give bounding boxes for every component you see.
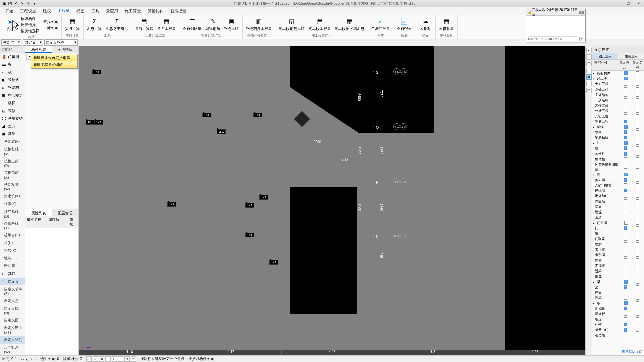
show-name-checkbox[interactable] [636,205,639,208]
show-element-checkbox[interactable] [624,125,628,129]
show-name-checkbox[interactable] [636,98,639,102]
show-element-checkbox[interactable] [624,301,628,305]
nav-空心楼盖[interactable]: ▦空心楼盖 [0,92,25,99]
segment-multi-button[interactable]: ▦施工段多区域汇总 [333,17,366,32]
show-element-checkbox[interactable] [624,210,627,214]
display-row[interactable]: 墙垛 [592,209,644,215]
menu-start[interactable]: 开始 [2,7,17,15]
nav-自定义[interactable]: ▷自定义 [0,278,25,285]
nav-装配式[interactable]: ◧装配式 [0,76,25,84]
nav-板[interactable]: ▭板 [0,68,25,76]
calc-close-button[interactable]: ✕ [579,11,584,14]
show-element-checkbox[interactable] [624,296,627,300]
display-row[interactable]: 板负筋 [592,333,644,338]
show-element-checkbox[interactable] [624,87,627,91]
show-element-checkbox[interactable] [624,242,627,246]
nav-custom-sub[interactable]: 自定义贴面(ZT) [0,324,25,336]
nav-sub[interactable]: 条形基础(T) [0,220,25,231]
minimize-button[interactable]: — [613,1,621,6]
show-element-checkbox[interactable] [624,317,627,321]
tab-element-display[interactable]: 图元显示 [592,53,618,59]
ctx-new-descriptive[interactable]: 新建描述式自定义钢筋 [31,54,77,61]
new-dropdown-button[interactable]: ▾ 新建描述式自定义钢筋 新建工程量式钢筋 [26,54,33,60]
show-element-checkbox[interactable] [624,157,627,161]
show-name-checkbox[interactable] [636,232,639,235]
jk-label[interactable]: JK4 [269,260,278,265]
show-element-checkbox[interactable] [624,248,627,251]
jk-label[interactable]: JK4 [259,195,268,200]
jk-label[interactable]: JK4 [86,120,94,125]
show-name-checkbox[interactable] [636,120,639,123]
menu-tools[interactable]: 工具 [88,7,103,15]
show-element-checkbox[interactable] [624,275,627,278]
canvas[interactable]: 9000 8400 8400 8400 7750 7660 7660 4245 … [79,46,585,355]
tab-properties[interactable]: 属性列表 [25,209,52,216]
display-row[interactable]: 装饰装修 [592,103,644,108]
show-element-checkbox[interactable] [624,98,627,102]
display-row[interactable]: 梁 [592,279,644,285]
show-name-checkbox[interactable] [636,125,639,129]
display-row[interactable]: 幕墙 [592,215,644,220]
floor-select[interactable]: 基础层 [1,39,21,46]
show-element-checkbox[interactable] [624,130,627,134]
display-row[interactable]: 轴线 [592,124,644,130]
sb-btn-2[interactable]: ▭ [93,356,98,362]
show-element-checkbox[interactable] [624,334,627,337]
cloud-index-button[interactable]: ☁云指标 [417,17,433,32]
category-select[interactable]: 自定义 [23,39,43,46]
show-name-checkbox[interactable] [636,296,639,300]
nav-sub[interactable]: 基础梁(F) [0,138,25,145]
display-row[interactable]: 砌体加筋 [592,193,644,199]
calc-toggle-button[interactable]: ↕ [579,37,584,41]
nav-梁[interactable]: ▬梁 [0,61,25,68]
display-row[interactable]: 保温墙 [592,199,644,204]
show-name-checkbox[interactable] [636,104,639,107]
axis-widget[interactable] [87,343,93,349]
display-row[interactable]: 暗梁 [592,204,644,209]
nav-土方[interactable]: ◢土方 [0,122,25,130]
display-row[interactable]: 螺旋板 [592,311,644,317]
display-row[interactable]: 墙洞 [592,242,644,247]
ctx-new-quantity[interactable]: 新建工程量式钢筋 [31,61,77,68]
show-element-checkbox[interactable] [624,183,627,187]
show-name-checkbox[interactable] [636,323,639,326]
show-name-checkbox[interactable] [636,312,639,316]
show-name-checkbox[interactable] [636,275,639,278]
display-row[interactable]: 柱 [592,146,644,151]
nav-sub[interactable]: 砖胎膜 [0,262,25,270]
segment-qty-button[interactable]: ▤施工段工程量 [307,17,332,32]
display-row[interactable]: 主体结构 [592,92,644,98]
display-row[interactable]: 板受力筋 [592,327,644,333]
display-row[interactable]: 飘窗 [592,258,644,263]
nav-custom-sub[interactable]: 自定义点 [0,297,25,305]
view-tool-3[interactable]: ◯ [586,61,592,66]
nav-楼梯[interactable]: ☰楼梯 [0,99,25,107]
tab-list[interactable]: 构件列表 [25,46,52,53]
segment-3d-button[interactable]: ◱施工段钢筋三维 [277,17,306,32]
dropdown-icon[interactable]: ▾ [32,1,37,6]
show-element-checkbox[interactable] [624,269,627,273]
summary-selected-button[interactable]: Σ̂汇总选中图元 [104,17,129,32]
display-row[interactable]: 带形洞 [592,252,644,258]
nav-基础[interactable]: ▣基础 [0,130,25,138]
sb-btn-3[interactable]: ⊞ [99,356,104,362]
view-tool-2[interactable]: ⌖ [586,54,592,60]
show-name-checkbox[interactable] [636,307,639,310]
show-element-checkbox[interactable] [624,189,627,192]
edit-rebar-button[interactable]: ✎编辑钢筋 [204,17,221,32]
nav-custom-sub[interactable]: 自定义钢筋 [0,336,25,344]
display-row[interactable]: 梁 [592,285,644,290]
display-row[interactable]: 所有构件 [592,71,644,76]
display-row[interactable]: 老虎窗 [592,263,644,268]
display-row[interactable]: 钢筋工程 [592,119,644,124]
show-name-checkbox[interactable] [636,71,639,75]
show-element-checkbox[interactable] [624,280,628,284]
summary-calc-button[interactable]: Σ汇总计算 [86,17,103,32]
show-name-checkbox[interactable] [636,216,639,219]
show-name-checkbox[interactable] [636,248,639,251]
menu-view[interactable]: 视图 [73,7,88,15]
nav-sub[interactable]: 集水坑(K) [0,192,25,200]
jk-label[interactable]: JK1 [217,129,226,134]
display-row[interactable]: 砌体柱 [592,157,644,162]
display-row[interactable]: 辅助轴线 [592,135,644,140]
